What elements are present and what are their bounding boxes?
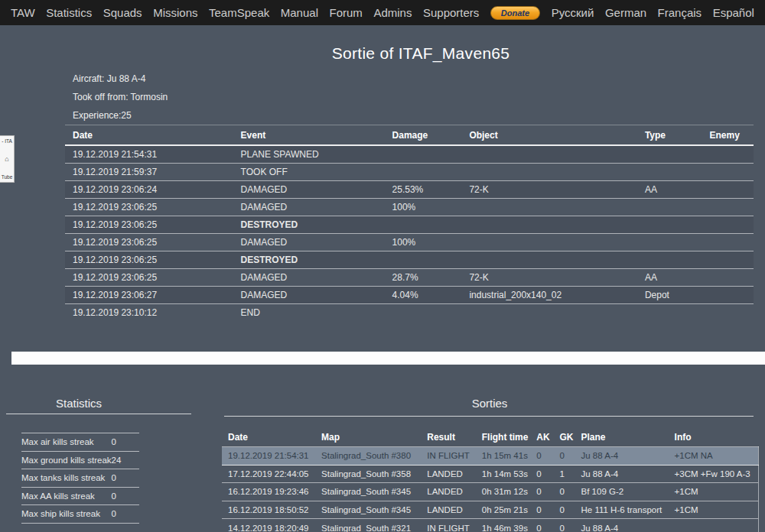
sorties-col-ak: AK: [530, 427, 553, 447]
nav-lang-spanish[interactable]: Español: [713, 6, 754, 19]
nav-item-manual[interactable]: Manual: [281, 6, 318, 19]
sorties-header-row: Date Map Result Flight time AK GK Plane …: [222, 427, 759, 447]
event-row: 19.12.2019 21:59:37TOOK OFF: [65, 163, 754, 180]
stat-row: Max ground kills streak24: [21, 451, 139, 469]
sortie-row[interactable]: 16.12.2019 18:50:52Stalingrad_South #345…: [222, 501, 759, 519]
event-row: 19.12.2019 23:06:25DAMAGED100%: [65, 233, 754, 251]
event-row: 19.12.2019 23:06:25DESTROYED: [65, 216, 754, 233]
sortie-row[interactable]: 17.12.2019 22:44:05Stalingrad_South #358…: [222, 465, 759, 483]
statistics-table: Max air kills streak0 Max ground kills s…: [21, 433, 139, 524]
stat-row: Max AA kills streak0: [21, 487, 139, 505]
stat-row: Max ship kills streak0: [21, 505, 139, 524]
top-nav: TAW Statistics Squads Missions TeamSpeak…: [0, 0, 765, 25]
nav-lang-russian[interactable]: Русский: [552, 6, 594, 19]
nav-item-statistics[interactable]: Statistics: [46, 6, 92, 19]
home-icon[interactable]: ⌂: [5, 156, 8, 163]
events-col-object: Object: [461, 125, 637, 146]
sorties-col-flight-time: Flight time: [476, 427, 531, 447]
youtube-link[interactable]: Tube: [2, 174, 13, 180]
nav-item-admins[interactable]: Admins: [373, 6, 412, 19]
sorties-col-gk: GK: [553, 427, 575, 447]
event-row: 19.12.2019 23:06:25DAMAGED28.7%72-KAA: [65, 268, 754, 286]
stat-row: Max air kills streak0: [21, 433, 139, 452]
sorties-col-result: Result: [421, 427, 476, 447]
sorties-table: Date Map Result Flight time AK GK Plane …: [222, 427, 759, 532]
statistics-divider: [6, 414, 191, 414]
sorties-col-map: Map: [315, 427, 421, 447]
event-row: 19.12.2019 21:54:31PLANE SPAWNED: [65, 145, 754, 163]
side-widget-ita-link[interactable]: - ITA: [2, 138, 12, 144]
stat-row: Max tanks kills streak0: [21, 469, 139, 488]
page-title: Sortie of ITAF_Maven65: [76, 44, 765, 63]
sortie-row[interactable]: 16.12.2019 19:23:46Stalingrad_South #345…: [222, 483, 759, 501]
event-row: 19.12.2019 23:10:12END: [65, 303, 754, 321]
destroyed-event: DESTROYED: [233, 216, 385, 233]
event-row: 19.12.2019 23:06:25DAMAGED100%: [65, 198, 754, 216]
nav-item-squads[interactable]: Squads: [103, 6, 142, 19]
section-divider: [11, 352, 765, 365]
nav-item-teamspeak[interactable]: TeamSpeak: [209, 6, 269, 19]
destroyed-event: DESTROYED: [233, 251, 385, 268]
sortie-took-off-from: Took off from: Tormosin: [73, 92, 168, 101]
event-row: 19.12.2019 23:06:24DAMAGED25.53%72-KAA: [65, 180, 754, 198]
event-row: 19.12.2019 23:06:25DESTROYED: [65, 251, 754, 268]
nav-item-supporters[interactable]: Supporters: [423, 6, 479, 19]
events-col-enemy: Enemy: [702, 125, 754, 146]
nav-lang-german[interactable]: German: [605, 6, 646, 19]
sorties-divider: [224, 416, 754, 417]
sortie-row-selected[interactable]: 19.12.2019 21:54:31Stalingrad_South #380…: [222, 447, 759, 466]
nav-lang-french[interactable]: Français: [658, 6, 702, 19]
sortie-experience: Experience:25: [73, 110, 168, 119]
nav-item-taw[interactable]: TAW: [11, 6, 35, 19]
events-col-event: Event: [233, 125, 385, 146]
sorties-col-date: Date: [222, 427, 315, 447]
events-table: Date Event Damage Object Type Enemy 19.1…: [65, 125, 754, 321]
sortie-aircraft: Aircraft: Ju 88 A-4: [73, 73, 168, 83]
sorties-col-info: Info: [669, 427, 759, 447]
sorties-title: Sorties: [222, 397, 757, 410]
sorties-col-plane: Plane: [575, 427, 669, 447]
events-col-type: Type: [637, 125, 702, 146]
sortie-info: Aircraft: Ju 88 A-4 Took off from: Tormo…: [73, 73, 168, 128]
event-row: 19.12.2019 23:06:27DAMAGED4.04%industria…: [65, 286, 754, 303]
events-header-row: Date Event Damage Object Type Enemy: [65, 125, 754, 146]
side-share-widget: - ITA ⌂ Tube: [0, 135, 15, 183]
donate-button[interactable]: Donate: [490, 6, 540, 20]
sortie-row[interactable]: 14.12.2019 18:20:49Stalingrad_South #321…: [222, 519, 759, 532]
events-col-date: Date: [65, 125, 233, 146]
statistics-title: Statistics: [0, 397, 158, 410]
nav-item-forum[interactable]: Forum: [330, 6, 363, 19]
events-col-damage: Damage: [385, 125, 462, 146]
nav-item-missions[interactable]: Missions: [153, 6, 197, 19]
